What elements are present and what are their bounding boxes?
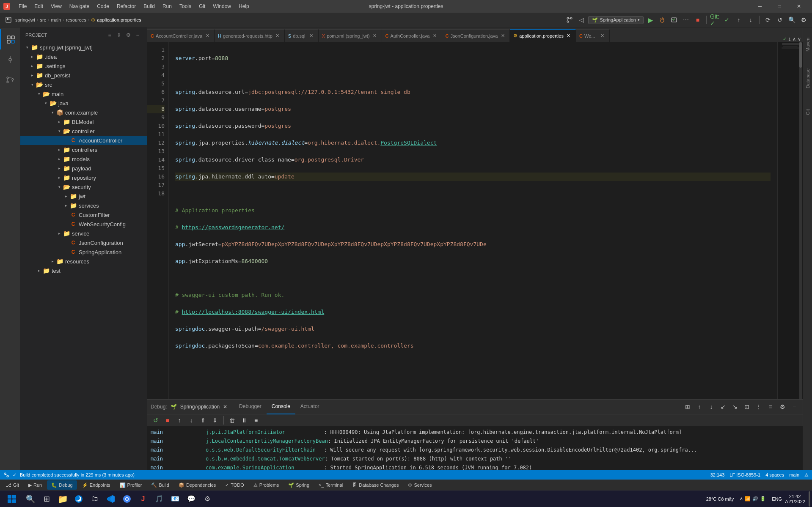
menu-run[interactable]: Run <box>159 3 175 10</box>
bottom-tab-todo[interactable]: ✓ TODO <box>221 480 248 490</box>
tab-generated-requests[interactable]: H generated-requests.http ✕ <box>215 29 285 42</box>
tray-network[interactable]: 📶 <box>745 496 751 502</box>
bottom-tab-spring[interactable]: 🌱 Spring <box>284 480 314 490</box>
debug-settings-btn[interactable]: ⚙ <box>777 402 787 412</box>
tree-spring-app[interactable]: C SpringApplication <box>20 247 147 257</box>
tree-idea[interactable]: 📁 .idea <box>20 52 147 61</box>
menu-edit[interactable]: Edit <box>31 3 47 10</box>
tree-models[interactable]: 📁 models <box>20 154 147 164</box>
debug-btn[interactable] <box>657 15 667 25</box>
tree-payload[interactable]: 📁 payload <box>20 164 147 173</box>
menu-file[interactable]: File <box>15 3 30 10</box>
tab-json-config-close[interactable]: ✕ <box>499 33 506 39</box>
tree-blmodel[interactable]: 📁 BLModel <box>20 117 147 126</box>
stop-btn[interactable]: ■ <box>693 15 703 25</box>
menu-refactor[interactable]: Refactor <box>113 3 139 10</box>
scrollbar-track[interactable] <box>799 42 802 399</box>
tab-pom-xml[interactable]: X pom.xml (spring_jwt) ✕ <box>319 29 382 42</box>
console-restart-btn[interactable]: ↺ <box>151 415 161 425</box>
bottom-tab-debug[interactable]: 🐛 Debug <box>47 480 77 490</box>
bottom-tab-endpoints[interactable]: ⚡ Endpoints <box>78 480 115 490</box>
tab-we-close[interactable]: ✕ <box>599 33 606 39</box>
tab-generated-requests-close[interactable]: ✕ <box>274 33 281 39</box>
tray-battery[interactable]: 🔋 <box>760 496 766 502</box>
debug-tab-actuator[interactable]: Actuator <box>295 400 325 414</box>
activity-project[interactable] <box>0 29 20 49</box>
tree-controllers[interactable]: 📁 controllers <box>20 145 147 154</box>
tree-json-config[interactable]: C JsonConfiguration <box>20 238 147 247</box>
sidebar-action-2[interactable]: ⇕ <box>115 31 123 39</box>
debug-ctrl-up[interactable]: ↑ <box>694 402 705 412</box>
tree-repository[interactable]: 📁 repository <box>20 173 147 182</box>
git-check2-btn[interactable]: ✓ <box>722 15 732 25</box>
run-btn[interactable]: ▶ <box>645 15 655 25</box>
tree-src[interactable]: 📂 src <box>20 80 147 89</box>
taskbar-chrome[interactable] <box>119 491 135 507</box>
debug-tab-debugger[interactable]: Debugger <box>234 400 267 414</box>
menu-build[interactable]: Build <box>140 3 158 10</box>
taskbar-vscode[interactable] <box>103 491 118 507</box>
nav-up[interactable]: ∧ <box>793 36 796 42</box>
menu-navigate[interactable]: Navigate <box>66 3 93 10</box>
tab-application-properties[interactable]: ⚙ application.properties ✕ <box>510 29 576 42</box>
console-up2-btn[interactable]: ⇑ <box>198 415 208 425</box>
console-clear-btn[interactable]: 🗑 <box>227 415 237 425</box>
menu-git[interactable]: Git <box>195 3 209 10</box>
tab-auth-controller-close[interactable]: ✕ <box>432 33 438 39</box>
taskbar-show-desktop[interactable] <box>809 491 810 507</box>
menu-code[interactable]: Code <box>94 3 113 10</box>
git-check-btn[interactable]: Git: ✓ <box>710 15 720 25</box>
maven-panel-btn[interactable]: Maven <box>805 27 810 61</box>
tree-db-persist[interactable]: 📁 db_persist <box>20 71 147 80</box>
console-pause-btn[interactable]: ⏸ <box>239 415 249 425</box>
taskbar-search[interactable]: 🔍 <box>23 491 38 507</box>
back-btn[interactable]: ◁ <box>576 15 586 25</box>
debug-ctrl-6[interactable]: ⋮ <box>754 402 764 412</box>
history-btn[interactable]: ⟳ <box>763 15 773 25</box>
taskbar-intellij[interactable]: J <box>135 491 151 507</box>
scrollbar-thumb[interactable] <box>799 42 802 68</box>
debug-ctrl-5[interactable]: ⊡ <box>742 402 752 412</box>
status-spaces[interactable]: 4 spaces <box>765 472 784 477</box>
minimize-button[interactable]: ─ <box>750 0 770 13</box>
tab-account-controller-close[interactable]: ✕ <box>204 33 211 39</box>
tab-json-config[interactable]: C JsonConfiguration.java ✕ <box>442 29 510 42</box>
bottom-tab-git[interactable]: ⎇ Git <box>2 480 23 490</box>
console-stop-btn[interactable]: ■ <box>162 415 173 425</box>
debug-ctrl-4[interactable]: ↘ <box>730 402 740 412</box>
bottom-tab-problems[interactable]: ⚠ Problems <box>249 480 283 490</box>
settings-btn[interactable]: ⚙ <box>798 15 809 25</box>
tree-java[interactable]: 📂 java <box>20 99 147 108</box>
menu-window[interactable]: Window <box>209 3 234 10</box>
project-dropdown-btn[interactable] <box>3 15 14 25</box>
console-down2-btn[interactable]: ⇓ <box>210 415 220 425</box>
maximize-button[interactable]: □ <box>770 0 789 13</box>
debug-close-btn[interactable]: ✕ <box>223 404 227 410</box>
tree-com-example[interactable]: 📦 com.example <box>20 108 147 117</box>
tree-controller[interactable]: 📂 controller <box>20 126 147 136</box>
code-content[interactable]: server.port=8088 spring.datasource.url=j… <box>168 42 777 399</box>
tree-account-controller[interactable]: C AccountController <box>20 136 147 145</box>
nav-down[interactable]: ∨ <box>798 36 801 42</box>
tab-db-sql[interactable]: S db.sql ✕ <box>285 29 319 42</box>
debug-ctrl-down[interactable]: ↓ <box>706 402 716 412</box>
run-config-dropdown[interactable]: 🌱 SpringApplication ▾ <box>588 16 644 24</box>
tree-root[interactable]: 📁 spring-jwt [spring_jwt] <box>20 43 147 52</box>
taskbar-taskview[interactable]: ⊞ <box>39 491 54 507</box>
tree-services[interactable]: 📁 services <box>20 201 147 210</box>
debug-ctrl-1[interactable]: ⊞ <box>683 402 693 412</box>
tree-settings[interactable]: 📁 .settings <box>20 61 147 71</box>
search-btn[interactable]: 🔍 <box>787 15 797 25</box>
status-position[interactable]: 32:143 <box>710 472 725 477</box>
bottom-tab-run[interactable]: ▶ Run <box>24 480 46 490</box>
tree-resources[interactable]: 📁 resources <box>20 257 147 266</box>
tree-security[interactable]: 📂 security <box>20 182 147 192</box>
activity-pull[interactable] <box>0 70 20 90</box>
status-git-icon[interactable] <box>3 472 9 478</box>
taskbar-edge[interactable] <box>71 491 86 507</box>
undo-btn[interactable]: ↺ <box>775 15 785 25</box>
tree-custom-filter[interactable]: C CustomFilter <box>20 210 147 219</box>
tab-pom-xml-close[interactable]: ✕ <box>372 33 378 39</box>
more-tools-btn[interactable]: ⋯ <box>681 15 691 25</box>
status-branch[interactable]: main <box>789 472 799 477</box>
